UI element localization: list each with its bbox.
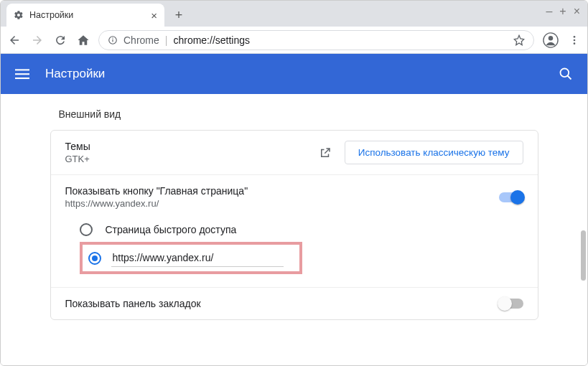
tab-title: Настройки [29, 10, 73, 20]
maximize-icon[interactable]: + [559, 5, 566, 18]
svg-point-7 [574, 42, 576, 44]
close-window-icon[interactable]: × [574, 5, 580, 18]
omnibox[interactable]: Chrome | chrome://settings [98, 30, 534, 50]
themes-row: Темы GTK+ Использовать классическую тему [51, 131, 538, 175]
radio-selected-icon[interactable] [88, 252, 101, 265]
close-tab-icon[interactable]: × [151, 10, 157, 21]
option-ntp-label: Страница быстрого доступа [106, 224, 237, 235]
bookmarks-bar-row: Показывать панель закладок [51, 288, 538, 319]
back-icon[interactable] [8, 34, 21, 47]
themes-subtitle: GTK+ [65, 154, 319, 164]
svg-rect-9 [15, 73, 29, 75]
svg-point-5 [574, 36, 576, 38]
svg-rect-10 [15, 78, 29, 79]
menu-dots-icon[interactable] [569, 34, 580, 46]
url-divider: | [165, 34, 168, 46]
svg-point-6 [574, 39, 576, 41]
use-classic-theme-button[interactable]: Использовать классическую тему [345, 141, 523, 164]
search-icon[interactable] [559, 67, 573, 81]
bookmarks-bar-toggle[interactable] [499, 299, 523, 309]
bookmark-star-icon[interactable] [513, 34, 525, 46]
option-ntp-row[interactable]: Страница быстрого доступа [80, 217, 538, 242]
radio-unselected-icon[interactable] [80, 223, 93, 236]
scrollbar-thumb[interactable] [581, 230, 586, 281]
settings-header: Настройки [1, 54, 587, 94]
svg-line-12 [568, 76, 571, 80]
home-button-toggle[interactable] [499, 192, 523, 202]
new-tab-button[interactable]: + [169, 5, 189, 25]
appearance-section: Внешний вид Темы GTK+ Использовать класс… [50, 108, 538, 320]
window-controls: – + × [546, 5, 580, 18]
url-scheme: Chrome [123, 34, 159, 46]
home-icon[interactable] [77, 34, 90, 47]
highlighted-custom-url [80, 242, 302, 274]
home-button-title: Показывать кнопку "Главная страница" [65, 185, 499, 197]
home-button-subtitle: https://www.yandex.ru/ [65, 198, 499, 209]
svg-rect-1 [112, 39, 113, 42]
custom-url-input[interactable] [111, 249, 284, 267]
svg-point-4 [549, 36, 553, 40]
gear-icon [14, 10, 24, 20]
svg-rect-2 [112, 37, 113, 38]
site-info-icon[interactable] [108, 35, 118, 45]
home-button-row: Показывать кнопку "Главная страница" htt… [51, 175, 538, 213]
svg-rect-8 [15, 69, 29, 70]
minimize-icon[interactable]: – [546, 5, 552, 18]
avatar-icon[interactable] [543, 32, 559, 48]
browser-right-controls [543, 32, 580, 48]
forward-icon[interactable] [31, 34, 44, 47]
themes-title: Темы [65, 141, 319, 152]
hamburger-icon[interactable] [15, 67, 29, 81]
section-title: Внешний вид [59, 108, 538, 120]
bookmarks-bar-title: Показывать панель закладок [65, 298, 499, 309]
url-path: chrome://settings [173, 34, 250, 46]
svg-point-11 [561, 69, 569, 78]
settings-title: Настройки [45, 67, 105, 81]
toolbar: Chrome | chrome://settings [1, 27, 587, 54]
settings-content: Внешний вид Темы GTK+ Использовать класс… [1, 94, 587, 365]
nav-controls [8, 34, 90, 47]
reload-icon[interactable] [54, 34, 67, 47]
tab-strip: Настройки × + – + × [1, 1, 587, 27]
external-link-icon[interactable] [319, 146, 332, 159]
browser-tab[interactable]: Настройки × [6, 4, 164, 27]
appearance-card: Темы GTK+ Использовать классическую тему… [50, 130, 538, 320]
home-button-options: Страница быстрого доступа [51, 213, 538, 288]
